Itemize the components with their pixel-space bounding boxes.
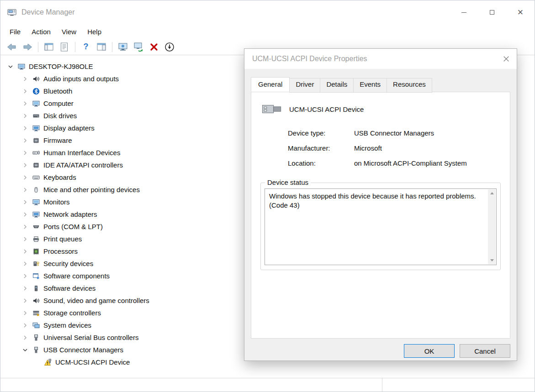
- close-button[interactable]: ×: [506, 0, 535, 24]
- chevron-right-icon[interactable]: [21, 248, 30, 255]
- chevron-right-icon[interactable]: [21, 137, 30, 144]
- disk-icon: [32, 112, 40, 120]
- uninstall-x-icon: [148, 42, 159, 52]
- ok-button[interactable]: OK: [404, 344, 455, 358]
- tab-details[interactable]: Details: [320, 78, 354, 93]
- tree-item-label: Bluetooth: [43, 87, 72, 95]
- action-pane-button[interactable]: [95, 41, 108, 53]
- status-scrollbar[interactable]: [488, 189, 496, 264]
- tree-item-label: Software components: [43, 272, 110, 280]
- disable-device-button[interactable]: [163, 41, 176, 53]
- security-icon: [32, 260, 40, 267]
- tab-resources[interactable]: Resources: [387, 78, 432, 93]
- display-adapter-icon: [32, 125, 40, 132]
- controller-chip-icon: [32, 162, 40, 169]
- chevron-right-icon[interactable]: [21, 322, 30, 329]
- chevron-right-icon[interactable]: [21, 223, 30, 230]
- speaker-icon: [32, 75, 40, 83]
- chevron-right-icon[interactable]: [21, 297, 30, 304]
- show-hide-console-tree-button[interactable]: [42, 41, 56, 53]
- dialog-close-button[interactable]: [496, 49, 517, 69]
- menu-view[interactable]: View: [56, 26, 82, 38]
- tree-item-label: Display adapters: [43, 124, 95, 132]
- usb-icon: [32, 346, 40, 354]
- tree-item-label: Print queues: [43, 235, 82, 243]
- device-status-label: Device status: [265, 178, 311, 186]
- properties-icon: [59, 42, 70, 52]
- help-button[interactable]: ?: [79, 41, 93, 53]
- tree-item-label: Ports (COM & LPT): [43, 223, 103, 230]
- chevron-right-icon[interactable]: [21, 285, 30, 292]
- tree-item-label: Processors: [43, 247, 78, 255]
- chevron-right-icon[interactable]: [21, 199, 30, 206]
- tree-item-label: Storage controllers: [43, 309, 101, 317]
- chevron-spacer: [32, 359, 42, 366]
- chevron-right-icon[interactable]: [21, 235, 30, 243]
- properties-button[interactable]: [58, 41, 71, 53]
- tree-item-label: System devices: [43, 321, 91, 329]
- chevron-right-icon[interactable]: [21, 272, 30, 280]
- chevron-right-icon[interactable]: [21, 100, 30, 107]
- tab-events[interactable]: Events: [353, 78, 387, 93]
- scroll-up-icon[interactable]: [488, 189, 496, 197]
- bottom-divider: [382, 378, 382, 392]
- disable-icon: [164, 42, 175, 52]
- toolbar-separator: [75, 42, 75, 52]
- dialog-tabs: General Driver Details Events Resources: [251, 77, 510, 92]
- back-icon: [6, 42, 17, 52]
- tree-item-label: Universal Serial Bus controllers: [43, 334, 138, 341]
- hid-icon: [32, 149, 40, 157]
- device-manager-icon: [7, 7, 17, 17]
- close-icon: [503, 56, 509, 62]
- printer-icon: [32, 235, 40, 243]
- chevron-right-icon[interactable]: [21, 260, 30, 267]
- action-pane-icon: [96, 42, 107, 52]
- forward-button[interactable]: [21, 41, 34, 53]
- close-icon: ×: [518, 7, 524, 17]
- tree-item-label: Software devices: [43, 284, 95, 292]
- uninstall-device-button[interactable]: [147, 41, 161, 53]
- chevron-down-icon[interactable]: [6, 63, 15, 70]
- scan-hardware-changes-button[interactable]: [132, 41, 145, 53]
- maximize-button[interactable]: [478, 0, 506, 24]
- tree-item-label: IDE ATA/ATAPI controllers: [43, 161, 123, 169]
- chevron-right-icon[interactable]: [21, 211, 30, 218]
- update-driver-button[interactable]: [116, 41, 130, 53]
- back-button[interactable]: [5, 41, 19, 53]
- tab-general[interactable]: General: [251, 77, 290, 92]
- toolbar-separator: [38, 42, 38, 52]
- tab-driver[interactable]: Driver: [289, 78, 320, 93]
- chevron-right-icon[interactable]: [21, 125, 30, 132]
- chevron-right-icon[interactable]: [21, 334, 30, 341]
- update-driver-icon: [117, 42, 128, 52]
- chevron-right-icon[interactable]: [21, 149, 30, 157]
- scroll-down-icon[interactable]: [488, 256, 496, 264]
- tree-item-label: Disk drives: [43, 112, 77, 120]
- tree-root-label: DESKTOP-KJ98OLE: [29, 63, 93, 70]
- usb-icon: [32, 334, 40, 341]
- minimize-button[interactable]: [450, 0, 478, 24]
- menu-help[interactable]: Help: [82, 26, 107, 38]
- network-adapter-icon: [32, 211, 40, 218]
- chevron-right-icon[interactable]: [21, 88, 30, 95]
- tree-item-label: Sound, video and game controllers: [43, 297, 149, 304]
- help-icon: ?: [84, 42, 89, 52]
- chevron-right-icon[interactable]: [21, 186, 30, 193]
- toolbar-separator: [112, 42, 112, 52]
- chevron-down-icon[interactable]: [21, 346, 30, 354]
- bottom-strip: [0, 378, 535, 392]
- device-status-box[interactable]: Windows has stopped this device because …: [265, 188, 497, 265]
- chevron-right-icon[interactable]: [21, 75, 30, 83]
- tree-item-label: UCM-UCSI ACPI Device: [55, 358, 130, 366]
- keyboard-icon: [32, 174, 40, 181]
- chevron-right-icon[interactable]: [21, 112, 30, 120]
- chevron-right-icon[interactable]: [21, 174, 30, 181]
- chevron-right-icon[interactable]: [21, 162, 30, 169]
- tree-item-label: Mice and other pointing devices: [43, 186, 140, 193]
- menu-action[interactable]: Action: [26, 26, 56, 38]
- menu-file[interactable]: File: [4, 26, 26, 38]
- cancel-button[interactable]: Cancel: [460, 344, 510, 358]
- general-tab-panel: UCM-UCSI ACPI Device Device type: USB Co…: [251, 92, 510, 339]
- chevron-right-icon[interactable]: [21, 309, 30, 317]
- maximize-icon: [490, 10, 494, 15]
